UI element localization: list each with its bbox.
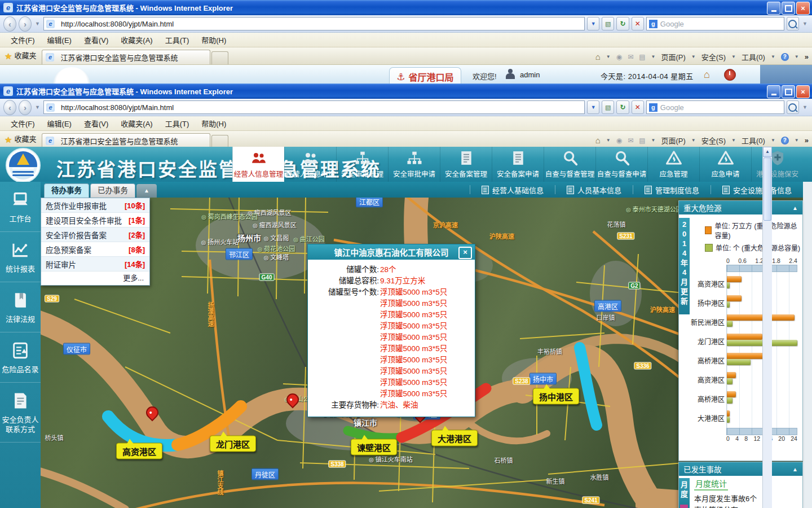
history-dropdown-icon[interactable]: ▼	[34, 21, 41, 27]
menu-item[interactable]: 收藏夹(A)	[114, 118, 158, 129]
sidebar-item-统计报表[interactable]: 统计报表	[0, 232, 41, 282]
refresh-icon[interactable]: ↻	[616, 17, 629, 30]
url-dropdown-button[interactable]: ▼	[587, 17, 599, 30]
nav-应急申请[interactable]: 应急申请	[699, 147, 751, 182]
chart-bar[interactable]	[727, 391, 736, 397]
subnav-安全设施设备信息[interactable]: 安全设施设备信息	[710, 185, 803, 194]
chart-bar[interactable]	[727, 417, 730, 423]
print-dropdown-icon[interactable]: ▼	[651, 138, 656, 143]
print-icon[interactable]: ▤	[639, 53, 645, 61]
nav-安全审批申请[interactable]: 安全审批申请	[388, 147, 440, 182]
sidebar-item-工作台[interactable]: 工作台	[0, 182, 41, 232]
port-label-谏壁港区[interactable]: 谏壁港区	[351, 439, 397, 456]
menu-item[interactable]: 文件(F)	[5, 118, 41, 129]
todo-more-link[interactable]: 更多...	[41, 271, 149, 285]
sidebar-item-危险品名录[interactable]: 危险品名录	[0, 332, 41, 383]
forward-button[interactable]: ›	[19, 100, 32, 115]
feeds-icon[interactable]: ◉	[616, 137, 622, 144]
page-dropdown-icon[interactable]: ▼	[691, 54, 696, 59]
address-input[interactable]: ehttp://localhost:8080/yjpt/Main.html	[43, 100, 585, 114]
todo-item[interactable]: 建设项目安全条件审批[1条]	[41, 213, 149, 227]
nav-港口设施保安[interactable]: 港口设施保安	[751, 147, 803, 182]
chart-bar[interactable]	[727, 295, 742, 301]
port-label-龙门港区[interactable]: 龙门港区	[210, 436, 256, 452]
org-tab[interactable]: ⚓ 省厅港口局	[389, 67, 461, 85]
read-mail-icon[interactable]: ✉	[628, 53, 633, 61]
scrollbar-thumb[interactable]	[764, 157, 771, 221]
chart-bar[interactable]	[727, 321, 732, 327]
read-mail-icon[interactable]: ✉	[628, 137, 633, 144]
help-dropdown-icon[interactable]: ▼	[795, 138, 799, 143]
favorites-star-icon[interactable]: ★	[5, 51, 12, 62]
chart-bar[interactable]	[727, 301, 730, 308]
more-commands-icon[interactable]: »	[805, 136, 809, 144]
sidebar-item-安全负责人联系方式[interactable]: 安全负责人联系方式	[0, 383, 41, 443]
chart-bar[interactable]	[727, 378, 732, 384]
favorites-label[interactable]: 收藏夹	[14, 50, 36, 60]
subnav-管理制度信息[interactable]: 管理制度信息	[633, 185, 710, 194]
nav-自查与督查申请[interactable]: 自查与督查申请	[595, 147, 647, 182]
chart-bar[interactable]	[727, 334, 762, 340]
vertical-scrollbar[interactable]: ▲	[762, 147, 772, 508]
tab-已办事务[interactable]: 已办事务	[90, 183, 135, 198]
menu-item[interactable]: 查看(V)	[78, 118, 114, 129]
chart-bar[interactable]	[727, 372, 736, 378]
favorites-label[interactable]: 收藏夹	[14, 133, 36, 144]
url-dropdown-button[interactable]: ▼	[587, 100, 599, 114]
nav-安全备案管理[interactable]: 安全备案管理	[440, 147, 492, 182]
close-icon[interactable]: ×	[458, 247, 472, 259]
home-icon[interactable]: ⌂	[595, 52, 601, 62]
todo-item[interactable]: 附证审片[14条]	[41, 257, 149, 271]
nav-经营人信息申请[interactable]: 经营人信息申请	[284, 147, 336, 182]
stop-icon[interactable]: ✕	[632, 100, 644, 114]
help-icon[interactable]: ?	[781, 137, 789, 144]
command-page[interactable]: 页面(P)	[661, 135, 686, 146]
port-label-大港港区[interactable]: 大港港区	[431, 430, 478, 446]
favorites-star-icon[interactable]: ★	[5, 135, 12, 145]
search-button[interactable]	[787, 17, 799, 30]
logout-power-icon[interactable]	[724, 69, 736, 81]
subnav-人员基本信息[interactable]: 人员基本信息	[555, 185, 633, 194]
help-dropdown-icon[interactable]: ▼	[795, 54, 799, 59]
close-button[interactable]: ×	[796, 2, 810, 15]
todo-item[interactable]: 安全评价报告备案[2条]	[41, 227, 149, 242]
command-tools[interactable]: 工具(0)	[742, 51, 765, 62]
home-dropdown-icon[interactable]: ▼	[606, 138, 611, 143]
address-input[interactable]: ehttp://localhost:8080/yjpt/Main.html	[43, 17, 585, 30]
sidebar-item-法律法规[interactable]: 法律法规	[0, 282, 41, 332]
new-tab-stub[interactable]	[211, 135, 228, 148]
port-label-高资港区[interactable]: 高资港区	[116, 443, 162, 459]
nav-应急管理[interactable]: 应急管理	[647, 147, 699, 182]
home-icon[interactable]: ⌂	[595, 135, 601, 145]
compatibility-view-icon[interactable]: ▧	[602, 100, 614, 114]
tools-dropdown-icon[interactable]: ▼	[771, 138, 775, 143]
tools-dropdown-icon[interactable]: ▼	[771, 54, 775, 59]
page-dropdown-icon[interactable]: ▼	[691, 138, 696, 143]
collapse-arrow-icon[interactable]: ▲	[792, 466, 798, 472]
search-dropdown-icon[interactable]: ▼	[801, 21, 809, 27]
minimize-button[interactable]	[767, 2, 780, 15]
chart-bar[interactable]	[727, 276, 742, 282]
todo-item[interactable]: 危货作业申报审批[10条]	[41, 198, 149, 213]
restore-button[interactable]	[782, 85, 795, 98]
security-dropdown-icon[interactable]: ▼	[731, 54, 736, 59]
menu-item[interactable]: 查看(V)	[78, 34, 114, 45]
home-dropdown-icon[interactable]: ▼	[606, 54, 611, 59]
back-button[interactable]: ‹	[3, 16, 16, 32]
subnav-经营人基础信息[interactable]: 经营人基础信息	[470, 185, 555, 194]
chart-bar[interactable]	[727, 410, 730, 417]
menu-item[interactable]: 文件(F)	[5, 34, 41, 45]
compatibility-view-icon[interactable]: ▧	[602, 17, 614, 30]
menu-item[interactable]: 编辑(E)	[41, 118, 78, 129]
scroll-up-icon[interactable]: ▲	[763, 147, 772, 157]
nav-安全审批管理[interactable]: 安全审批管理	[336, 147, 388, 182]
menu-item[interactable]: 工具(T)	[159, 118, 196, 129]
chart-bar[interactable]	[727, 359, 751, 365]
nav-经营人信息管理[interactable]: 经营人信息管理	[232, 147, 284, 182]
command-security[interactable]: 安全(S)	[701, 135, 726, 146]
home-icon[interactable]: ⌂	[704, 69, 710, 81]
tab-待办事务[interactable]: 待办事务	[44, 183, 89, 198]
search-input[interactable]: gGoogle	[646, 100, 784, 114]
forward-button[interactable]: ›	[19, 16, 32, 32]
print-icon[interactable]: ▤	[639, 137, 645, 144]
